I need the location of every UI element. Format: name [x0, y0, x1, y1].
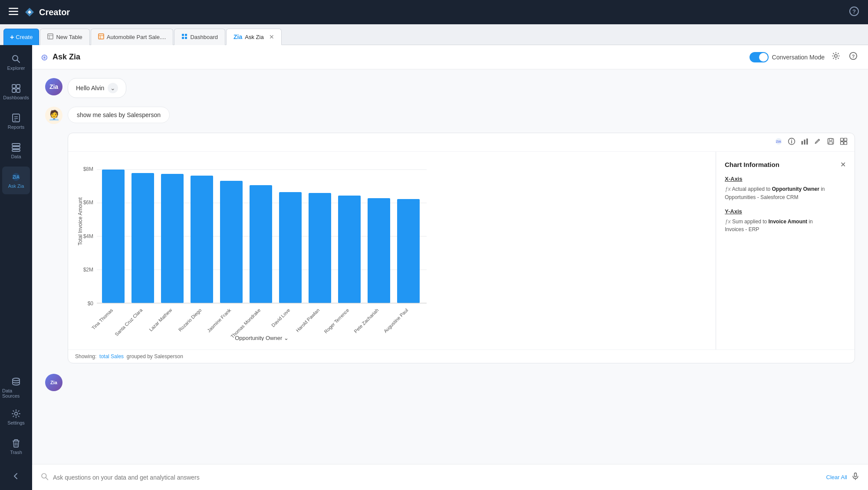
svg-rect-62	[132, 173, 154, 303]
sidebar-data-sources-label: Data Sources	[2, 388, 30, 399]
menu-icon[interactable]	[9, 7, 18, 18]
conversation-mode-label: Conversation Mode	[772, 54, 825, 61]
chart-info-title: Chart Information	[725, 161, 779, 168]
sidebar-item-reports[interactable]: Reports	[2, 108, 30, 135]
tab-ask-zia[interactable]: Zia Ask Zia ✕	[226, 29, 282, 45]
showing-highlight: total Sales	[99, 353, 124, 359]
svg-text:Pete Zachariah: Pete Zachariah	[353, 307, 379, 334]
clear-all-button[interactable]: Clear All	[826, 474, 847, 480]
x-axis-desc: ƒx Actual applied to Opportunity Owner i…	[725, 185, 846, 201]
sidebar-item-collapse[interactable]	[2, 462, 30, 490]
svg-rect-68	[309, 193, 331, 303]
conversation-mode-toggle[interactable]: Conversation Mode	[750, 52, 825, 62]
svg-rect-63	[161, 174, 184, 303]
chart-tool-bar[interactable]	[801, 137, 809, 147]
y-axis-func-icon: ƒx	[725, 218, 731, 225]
chart-tool-save[interactable]	[827, 137, 835, 147]
sidebar-item-trash[interactable]: Trash	[2, 433, 30, 461]
showing-suffix: grouped by Salesperson	[127, 353, 183, 359]
tab-dashboard[interactable]: Dashboard	[174, 29, 225, 45]
svg-text:?: ?	[852, 54, 855, 59]
help-icon[interactable]: ?	[849, 9, 859, 18]
svg-rect-19	[12, 89, 16, 92]
tab-ask-zia-label: Ask Zia	[245, 34, 263, 40]
tab-close-button[interactable]: ✕	[269, 33, 274, 40]
svg-point-32	[835, 55, 837, 57]
svg-rect-20	[16, 89, 20, 92]
svg-rect-40	[802, 141, 803, 144]
chart-tool-zia[interactable]: ZIA	[775, 137, 783, 147]
sidebar-dashboards-label: Dashboards	[3, 95, 29, 100]
chat-area: Zia Hello Alvin ⌄ 🧑‍💼 show me sales by S…	[32, 69, 868, 464]
x-axis-field: Actual	[732, 186, 746, 192]
chart-body: $8M $6M $4M $2M $0 Total Invoice Amount	[68, 152, 855, 350]
table-icon	[47, 33, 53, 41]
user-query-bubble: show me sales by Salesperson	[68, 107, 170, 123]
x-axis-field-bold: Opportunity Owner	[772, 186, 819, 192]
svg-rect-66	[250, 185, 272, 303]
chart-tool-grid[interactable]	[840, 137, 848, 147]
svg-rect-69	[338, 196, 361, 303]
y-axis-source: Invoices - ERP	[725, 226, 759, 232]
chart-tool-info[interactable]	[788, 137, 796, 147]
create-button[interactable]: + New Table Create	[3, 29, 39, 45]
sidebar-reports-label: Reports	[8, 124, 25, 130]
svg-text:Harold Pawlan: Harold Pawlan	[295, 307, 320, 333]
x-axis-label[interactable]: X-Axis	[725, 176, 846, 182]
zia-tab-icon: Zia	[233, 33, 242, 40]
svg-rect-44	[829, 138, 832, 140]
y-axis-label[interactable]: Y-Axis	[725, 208, 846, 215]
zia-follow-avatar: Zia	[45, 374, 62, 391]
chart-info-panel: Chart Information ✕ X-Axis ƒx Actual app…	[716, 152, 855, 350]
help-header-icon[interactable]: ?	[847, 50, 859, 64]
sidebar-item-dashboards[interactable]: Dashboards	[2, 78, 30, 106]
svg-rect-14	[185, 37, 187, 39]
sidebar-item-settings[interactable]: Settings	[2, 403, 30, 431]
y-axis-field: Sum	[732, 219, 743, 225]
x-axis-section: X-Axis ƒx Actual applied to Opportunity …	[725, 176, 846, 201]
sidebar-item-ask-zia[interactable]: ZIA Ask Zia	[2, 167, 30, 194]
x-axis-func-icon: ƒx	[725, 186, 731, 192]
svg-text:Santa Cruz Clara: Santa Cruz Clara	[114, 307, 144, 337]
ask-zia-input[interactable]	[53, 474, 822, 481]
svg-text:Lazar Mathew: Lazar Mathew	[148, 307, 173, 332]
svg-rect-26	[12, 147, 20, 149]
svg-rect-65	[220, 181, 243, 303]
settings-icon[interactable]	[830, 50, 842, 64]
svg-rect-2	[9, 14, 18, 15]
sidebar-item-data[interactable]: Data	[2, 137, 30, 165]
svg-rect-67	[279, 192, 302, 303]
chart-info-close-button[interactable]: ✕	[840, 160, 846, 169]
svg-text:Opportunity Owner ⌄: Opportunity Owner ⌄	[235, 335, 289, 341]
content-area: ⊛ Ask Zia Conversation Mode ?	[32, 45, 868, 490]
sidebar-settings-label: Settings	[7, 420, 25, 425]
toggle-switch[interactable]	[750, 52, 769, 62]
zia-follow-row: Zia	[45, 374, 855, 391]
tabbar: + New Table Create New Table Automobile …	[0, 24, 868, 45]
zia-header: ⊛ Ask Zia Conversation Mode ?	[32, 45, 868, 69]
sidebar-trash-label: Trash	[10, 450, 22, 455]
zia-header-title: Ask Zia	[53, 52, 80, 62]
chart-main: $8M $6M $4M $2M $0 Total Invoice Amount	[68, 152, 716, 350]
greeting-chevron[interactable]: ⌄	[108, 83, 118, 93]
svg-rect-25	[12, 144, 20, 146]
app-title: Creator	[39, 7, 70, 17]
tab-automobile[interactable]: Automobile Part Sale....	[91, 29, 174, 45]
svg-rect-87	[855, 473, 857, 477]
tab-new-table[interactable]: New Table	[40, 29, 89, 45]
sidebar-data-label: Data	[11, 154, 21, 159]
chart-card: ZIA	[68, 133, 855, 363]
svg-rect-46	[841, 138, 844, 141]
mic-icon[interactable]	[852, 472, 859, 482]
user-avatar: 🧑‍💼	[45, 107, 62, 124]
sidebar-item-explorer[interactable]: Explorer	[2, 49, 30, 76]
topbar-right: ?	[849, 6, 859, 19]
tab-automobile-label: Automobile Part Sale....	[107, 34, 166, 40]
chart-tool-edit[interactable]	[814, 137, 822, 147]
svg-text:Tina Thomas: Tina Thomas	[91, 307, 114, 331]
automobile-icon	[98, 33, 104, 41]
svg-rect-71	[397, 199, 420, 303]
sidebar-explorer-label: Explorer	[7, 65, 25, 71]
sidebar-item-data-sources[interactable]: Data Sources	[2, 374, 30, 402]
svg-rect-42	[806, 138, 808, 144]
